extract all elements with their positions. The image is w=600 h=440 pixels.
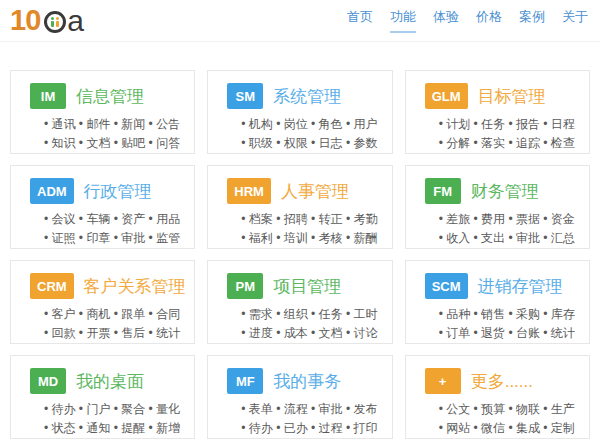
feature-card[interactable]: MD 我的桌面 • 待办 • 门户 • 聚合 • 量化 • 状态 • 通知 • … <box>10 355 195 439</box>
feature-card[interactable]: PM 项目管理 • 需求 • 组织 • 任务 • 工时 • 进度 • 成本 • … <box>207 260 392 344</box>
card-title: 系统管理 <box>273 85 341 108</box>
feature-card[interactable]: + 更多...... • 公文 • 预算 • 物联 • 生产 • 网站 • 微信… <box>405 355 590 439</box>
logo-person-orange-icon <box>56 17 59 27</box>
card-badge: + <box>425 368 461 394</box>
feature-card[interactable]: ADM 行政管理 • 会议 • 车辆 • 资产 • 用品 • 证照 • 印章 •… <box>10 165 195 249</box>
feature-card[interactable]: FM 财务管理 • 差旅 • 费用 • 票据 • 资金 • 收入 • 支出 • … <box>405 165 590 249</box>
nav-item-4[interactable]: 价格 <box>476 8 502 33</box>
feature-card[interactable]: MF 我的事务 • 表单 • 流程 • 审批 • 发布 • 待办 • 已办 • … <box>207 355 392 439</box>
card-feature-line-2: • 待办 • 已办 • 过程 • 打印 <box>241 419 385 438</box>
card-title: 我的事务 <box>273 370 341 393</box>
card-feature-line-2: • 订单 • 退货 • 台账 • 统计 <box>439 324 583 343</box>
logo[interactable]: 10 a <box>10 6 84 36</box>
nav-item-6[interactable]: 关于 <box>562 8 588 33</box>
logo-person-green-icon <box>51 17 54 27</box>
nav-item-1[interactable]: 首页 <box>347 8 373 33</box>
header: 10 a 首页功能体验价格案例关于 <box>0 0 600 42</box>
card-feature-line-2: • 收入 • 支出 • 审批 • 汇总 <box>439 229 583 248</box>
feature-card[interactable]: CRM 客户关系管理 • 客户 • 商机 • 跟单 • 合同 • 回款 • 开票… <box>10 260 195 344</box>
card-feature-line-1: • 客户 • 商机 • 跟单 • 合同 <box>44 305 188 324</box>
feature-card[interactable]: GLM 目标管理 • 计划 • 任务 • 报告 • 日程 • 分解 • 落实 •… <box>405 70 590 154</box>
card-feature-line-1: • 机构 • 岗位 • 角色 • 用户 <box>241 115 385 134</box>
card-badge: ADM <box>30 178 74 204</box>
card-feature-line-1: • 档案 • 招聘 • 转正 • 考勤 <box>241 210 385 229</box>
card-feature-line-1: • 需求 • 组织 • 任务 • 工时 <box>241 305 385 324</box>
card-header: ADM 行政管理 <box>30 178 188 204</box>
card-feature-line-2: • 进度 • 成本 • 文档 • 讨论 <box>241 324 385 343</box>
card-feature-line-1: • 会议 • 车辆 • 资产 • 用品 <box>44 210 188 229</box>
card-header: FM 财务管理 <box>425 178 583 204</box>
feature-card[interactable]: IM 信息管理 • 通讯 • 邮件 • 新闻 • 公告 • 知识 • 文档 • … <box>10 70 195 154</box>
card-feature-line-1: • 通讯 • 邮件 • 新闻 • 公告 <box>44 115 188 134</box>
card-badge: SM <box>227 83 263 109</box>
card-title: 人事管理 <box>281 180 349 203</box>
feature-card[interactable]: HRM 人事管理 • 档案 • 招聘 • 转正 • 考勤 • 福利 • 培训 •… <box>207 165 392 249</box>
card-feature-line-2: • 福利 • 培训 • 考核 • 薪酬 <box>241 229 385 248</box>
card-title: 信息管理 <box>76 85 144 108</box>
card-feature-line-2: • 状态 • 通知 • 提醒 • 新增 <box>44 419 188 438</box>
card-title: 进销存管理 <box>478 275 563 298</box>
nav-item-3[interactable]: 体验 <box>433 8 459 33</box>
card-feature-line-2: • 回款 • 开票 • 售后 • 统计 <box>44 324 188 343</box>
card-feature-line-2: • 分解 • 落实 • 追踪 • 检查 <box>439 134 583 153</box>
card-header: HRM 人事管理 <box>227 178 385 204</box>
feature-card[interactable]: SCM 进销存管理 • 品种 • 销售 • 采购 • 库存 • 订单 • 退货 … <box>405 260 590 344</box>
logo-circle-icon <box>44 11 66 33</box>
card-badge: PM <box>227 273 263 299</box>
card-feature-line-2: • 网站 • 微信 • 集成 • 定制 <box>439 419 583 438</box>
card-title: 行政管理 <box>84 180 152 203</box>
card-title: 项目管理 <box>273 275 341 298</box>
card-title: 目标管理 <box>478 85 546 108</box>
nav-item-5[interactable]: 案例 <box>519 8 545 33</box>
card-header: SCM 进销存管理 <box>425 273 583 299</box>
card-badge: CRM <box>30 273 74 299</box>
card-feature-line-1: • 表单 • 流程 • 审批 • 发布 <box>241 400 385 419</box>
card-badge: IM <box>30 83 66 109</box>
card-badge: GLM <box>425 83 468 109</box>
card-header: CRM 客户关系管理 <box>30 273 188 299</box>
card-feature-line-2: • 职级 • 权限 • 日志 • 参数 <box>241 134 385 153</box>
main-nav: 首页功能体验价格案例关于 <box>347 8 588 33</box>
card-title: 更多...... <box>471 370 533 393</box>
card-header: + 更多...... <box>425 368 583 394</box>
nav-item-2[interactable]: 功能 <box>390 8 416 33</box>
card-feature-line-1: • 公文 • 预算 • 物联 • 生产 <box>439 400 583 419</box>
logo-number: 10 <box>10 6 40 35</box>
card-header: SM 系统管理 <box>227 83 385 109</box>
card-feature-line-1: • 差旅 • 费用 • 票据 • 资金 <box>439 210 583 229</box>
card-feature-line-2: • 知识 • 文档 • 贴吧 • 问答 <box>44 134 188 153</box>
card-badge: FM <box>425 178 461 204</box>
card-header: PM 项目管理 <box>227 273 385 299</box>
logo-letter-a: a <box>67 6 84 36</box>
cards-grid: IM 信息管理 • 通讯 • 邮件 • 新闻 • 公告 • 知识 • 文档 • … <box>0 70 600 439</box>
card-title: 客户关系管理 <box>84 275 186 298</box>
card-header: MF 我的事务 <box>227 368 385 394</box>
card-header: IM 信息管理 <box>30 83 188 109</box>
card-header: GLM 目标管理 <box>425 83 583 109</box>
card-feature-line-2: • 证照 • 印章 • 审批 • 监管 <box>44 229 188 248</box>
card-badge: SCM <box>425 273 468 299</box>
card-feature-line-1: • 待办 • 门户 • 聚合 • 量化 <box>44 400 188 419</box>
card-title: 我的桌面 <box>76 370 144 393</box>
feature-card[interactable]: SM 系统管理 • 机构 • 岗位 • 角色 • 用户 • 职级 • 权限 • … <box>207 70 392 154</box>
card-title: 财务管理 <box>471 180 539 203</box>
card-badge: HRM <box>227 178 271 204</box>
card-badge: MD <box>30 368 66 394</box>
card-badge: MF <box>227 368 263 394</box>
card-feature-line-1: • 品种 • 销售 • 采购 • 库存 <box>439 305 583 324</box>
card-feature-line-1: • 计划 • 任务 • 报告 • 日程 <box>439 115 583 134</box>
card-header: MD 我的桌面 <box>30 368 188 394</box>
